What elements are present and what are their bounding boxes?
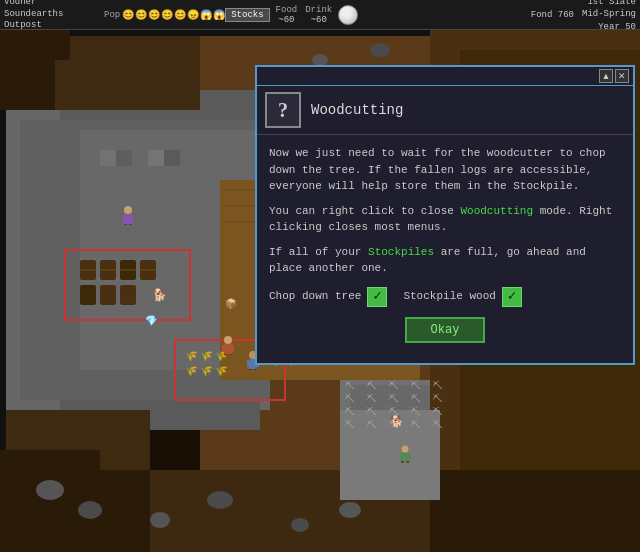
svg-rect-62 [224,354,227,355]
svg-rect-56 [124,224,127,225]
grain-1: 🌾 [185,350,197,361]
svg-rect-69 [254,369,257,370]
food-section: Food ~60 [276,5,298,25]
checklist-row: Chop down tree ✓ Stockpile wood ✓ [269,287,621,307]
food-label: Food [276,5,298,15]
svg-rect-66 [247,360,250,367]
mood-8: 😱 [213,9,225,21]
dialog-collapse-button[interactable]: ▲ [599,69,613,83]
highlight-stockpiles: Stockpiles [368,246,434,258]
stockpile-checkmark: ✓ [502,287,522,307]
dialog-icon: ? [265,92,301,128]
date-area: 1st Slate Mid-Spring Year 50 [582,0,636,33]
mood-1: 😊 [122,9,134,21]
settlement-sub2: Outpost [4,20,104,32]
avatar [338,5,358,25]
grain-6: 🌾 [215,365,227,376]
drink-value: ~60 [305,15,332,25]
mood-5: 😊 [174,9,186,21]
svg-rect-75 [406,461,409,463]
date-line2: Mid-Spring [582,8,636,21]
svg-rect-63 [229,354,232,355]
dialog-titlebar: ▲ ✕ [257,67,633,86]
svg-point-70 [402,446,409,453]
settlement-sub1: Soundearths [4,9,104,21]
grain-5: 🌾 [200,365,212,376]
grain-2: 🌾 [200,350,212,361]
dialog-para2: You can right click to close Woodcutting… [269,203,621,236]
svg-rect-74 [401,461,404,463]
mood-7: 😱 [200,9,212,21]
date-line1: 1st Slate [582,0,636,8]
svg-rect-71 [401,453,409,461]
dialog-para3: If all of your Stockpiles are full, go a… [269,244,621,277]
settlement-name: Vodher [4,0,104,9]
top-bar: Vodher Soundearths Outpost Pop 😊 😊 😊 😊 😊… [0,0,640,30]
dialog-close-button[interactable]: ✕ [615,69,629,83]
pop-label: Pop [104,10,120,20]
svg-rect-61 [231,345,234,352]
chop-label: Chop down tree [269,288,361,305]
date-line3: Year 50 [582,21,636,34]
dialog-body: Now we just need to wait for the woodcut… [257,135,633,363]
mood-4: 😊 [161,9,173,21]
svg-rect-68 [249,369,252,370]
svg-point-58 [224,336,232,344]
svg-point-52 [124,206,132,214]
drink-label: Drink [305,5,332,15]
mood-3: 😊 [148,9,160,21]
highlight-woodcutting: Woodcutting [460,205,533,217]
svg-rect-53 [124,214,132,224]
mood-icons: 😊 😊 😊 😊 😊 😠 😱 😱 [122,9,225,21]
dog-2: 🐕 [390,415,404,428]
dwarf-2 [220,335,236,358]
grain-4: 🌾 [185,365,197,376]
avatar-area [338,5,358,25]
stockpile-label: Stockpile wood [403,288,495,305]
svg-rect-57 [129,224,132,225]
crate-1: 📦 [225,298,237,309]
drink-section: Drink ~60 [305,5,332,25]
checklist-item-2: Stockpile wood ✓ [403,287,521,307]
mood-2: 😊 [135,9,147,21]
dialog-header: ? Woodcutting [257,86,633,135]
population-area: Pop 😊 😊 😊 😊 😊 😠 😱 😱 [104,9,225,21]
food-value: ~60 [276,15,298,25]
dwarf-1 [120,205,136,228]
svg-rect-73 [408,454,411,460]
stocks-button[interactable]: Stocks [225,8,269,22]
fond-area: Fond 760 [531,10,574,20]
svg-rect-72 [399,454,402,460]
gem: 💎 [145,315,157,326]
dialog-para1: Now we just need to wait for the woodcut… [269,145,621,195]
svg-rect-59 [224,344,232,354]
okay-button[interactable]: Okay [405,317,486,343]
checklist-item-1: Chop down tree ✓ [269,287,387,307]
svg-rect-60 [222,345,225,352]
mood-6: 😠 [187,9,199,21]
settlement-info: Vodher Soundearths Outpost [4,0,104,32]
game-area: 🐕 🐕 ⛏ ⛏ ⛏ ⛏ ⛏ ⛏ ⛏ ⛏ ⛏ ⛏ ⛏ ⛏ ⛏ ⛏ ⛏ ⛏ ⛏ ⛏ … [0,30,640,552]
tutorial-dialog: ▲ ✕ ? Woodcutting Now we just need to wa… [255,65,635,365]
dwarf-4 [398,445,412,466]
food-drink-area: Food ~60 Drink ~60 [276,5,333,25]
chop-checkmark: ✓ [367,287,387,307]
svg-rect-54 [122,215,125,222]
fond-label: Fond 760 [531,10,574,20]
dog-1: 🐕 [152,288,167,302]
dialog-title: Woodcutting [311,102,403,118]
svg-rect-55 [131,215,134,222]
